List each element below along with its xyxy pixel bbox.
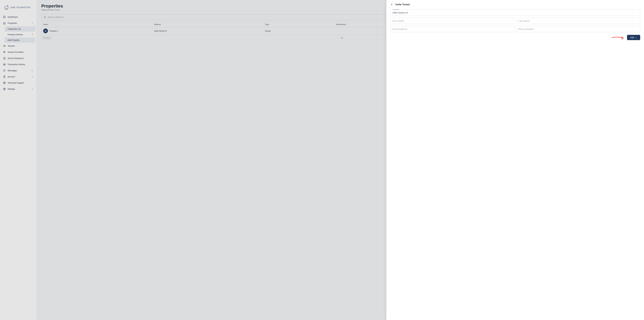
page-subtitle-prefix: Welcome back, bbox=[41, 9, 55, 11]
chevron-down-icon bbox=[31, 69, 34, 72]
col-type: Type bbox=[265, 23, 336, 25]
invite-tenant-drawer: Invite Tenant Property bbox=[386, 0, 644, 320]
svg-rect-1 bbox=[32, 34, 33, 35]
chevron-left-icon bbox=[390, 3, 393, 6]
property-input[interactable] bbox=[392, 11, 638, 14]
sidebar-item-properties[interactable]: Properties bbox=[1, 20, 35, 26]
sidebar-item-service-requests[interactable]: Service Requests bbox=[1, 55, 35, 61]
chevron-up-icon bbox=[31, 22, 34, 24]
dashboard-icon bbox=[3, 15, 6, 18]
page-indicator: 1/1 bbox=[341, 37, 343, 39]
last-name-input[interactable] bbox=[518, 20, 638, 22]
svg-point-7 bbox=[4, 89, 5, 89]
cell-name: Property 1 bbox=[43, 28, 154, 33]
add-button[interactable]: Add bbox=[627, 35, 640, 40]
document-icon bbox=[3, 75, 6, 78]
search-icon bbox=[44, 16, 46, 18]
add-button-label: Add bbox=[630, 36, 634, 39]
brand-text: OME TRUMPETER bbox=[10, 6, 30, 9]
col-name: Name bbox=[43, 23, 154, 25]
sidebar-item-label: Transaction History bbox=[8, 63, 25, 66]
annotation-arrow-icon bbox=[611, 36, 626, 40]
page-user-name: Prince bbox=[55, 9, 60, 11]
first-name-field[interactable] bbox=[390, 18, 514, 24]
email-input[interactable] bbox=[392, 28, 512, 30]
sidebar-sub-properties: Properties List Property Owners Add Prop… bbox=[1, 26, 35, 43]
home-icon bbox=[3, 22, 6, 24]
sidebar-item-label: Service Requests bbox=[8, 57, 24, 59]
last-name-field[interactable] bbox=[516, 18, 640, 24]
sidebar-item-label: Service Providers bbox=[8, 51, 24, 53]
search-input[interactable] bbox=[48, 16, 410, 18]
search-box[interactable] bbox=[41, 14, 412, 20]
drawer-footer: Add bbox=[390, 35, 640, 40]
sidebar: OME TRUMPETER Dashboard Properties Prope… bbox=[0, 0, 36, 320]
brand-logo[interactable]: OME TRUMPETER bbox=[1, 3, 35, 14]
sidebar-item-service-providers[interactable]: Service Providers bbox=[1, 49, 35, 55]
sidebar-item-label: Account bbox=[8, 75, 15, 78]
previous-button[interactable]: Previous bbox=[42, 36, 52, 39]
sidebar-item-messages[interactable]: Messages bbox=[1, 68, 35, 73]
property-avatar bbox=[43, 28, 48, 33]
message-icon bbox=[3, 69, 6, 72]
sidebar-item-account[interactable]: Account bbox=[1, 74, 35, 80]
svg-point-6 bbox=[4, 82, 5, 83]
sidebar-item-label: Tenants bbox=[8, 45, 15, 47]
svg-point-2 bbox=[4, 45, 4, 46]
sidebar-item-label: Dashboard bbox=[8, 16, 18, 18]
chevron-down-icon bbox=[31, 75, 34, 78]
email-field[interactable] bbox=[390, 26, 514, 32]
cell-address: 2400 Sentry Dr bbox=[154, 30, 265, 32]
cell-type: House bbox=[265, 30, 336, 32]
drawer-title: Invite Tenant bbox=[396, 3, 410, 6]
chevron-right-icon bbox=[635, 36, 637, 38]
sidebar-item-label: Property Owners bbox=[8, 33, 23, 36]
sidebar-item-label: Settings bbox=[8, 88, 15, 90]
sidebar-group-properties: Properties Properties List Property Owne… bbox=[1, 20, 35, 43]
sidebar-item-dashboard[interactable]: Dashboard bbox=[1, 14, 35, 20]
gear-icon bbox=[3, 87, 6, 90]
sidebar-item-label: Properties List bbox=[8, 28, 21, 30]
sidebar-item-label: Messages bbox=[8, 69, 17, 72]
sidebar-sub-add-property[interactable]: Add Property bbox=[5, 37, 35, 43]
sidebar-item-label: Add Property bbox=[8, 39, 20, 41]
first-name-input[interactable] bbox=[392, 20, 512, 22]
invite-tenant-form: Property bbox=[390, 10, 640, 32]
house-logo-icon bbox=[4, 5, 9, 10]
sidebar-item-technical-support[interactable]: Technical Support bbox=[1, 80, 35, 86]
sidebar-item-label: Technical Support bbox=[8, 82, 24, 84]
bank-icon bbox=[3, 63, 6, 66]
tools-icon bbox=[3, 51, 6, 53]
sidebar-sub-property-owners[interactable]: Property Owners bbox=[5, 32, 35, 37]
sidebar-item-tenants[interactable]: Tenants bbox=[1, 43, 35, 49]
svg-point-3 bbox=[5, 45, 5, 46]
col-address: Address bbox=[154, 23, 265, 25]
svg-rect-10 bbox=[46, 30, 46, 32]
cell-name-text: Property 1 bbox=[49, 30, 58, 32]
sidebar-item-label: Properties bbox=[8, 22, 17, 24]
building-icon bbox=[44, 30, 47, 32]
nav: Dashboard Properties Properties List Pro… bbox=[1, 14, 35, 92]
chevron-down-icon bbox=[31, 88, 34, 90]
back-button[interactable] bbox=[390, 3, 394, 6]
property-field[interactable]: Property bbox=[390, 10, 640, 16]
svg-point-8 bbox=[44, 16, 46, 18]
sidebar-sub-properties-list[interactable]: Properties List bbox=[5, 26, 35, 32]
users-icon bbox=[3, 44, 6, 47]
lock-icon bbox=[32, 33, 34, 35]
sidebar-item-transaction-history[interactable]: Transaction History bbox=[1, 61, 35, 67]
drawer-header: Invite Tenant bbox=[390, 3, 640, 6]
phone-field[interactable] bbox=[516, 26, 640, 32]
property-field-label: Property bbox=[392, 9, 400, 10]
layers-icon bbox=[3, 57, 6, 60]
phone-input[interactable] bbox=[518, 28, 638, 30]
svg-rect-9 bbox=[45, 30, 46, 32]
sidebar-item-settings[interactable]: Settings bbox=[1, 86, 35, 92]
support-icon bbox=[3, 81, 6, 84]
